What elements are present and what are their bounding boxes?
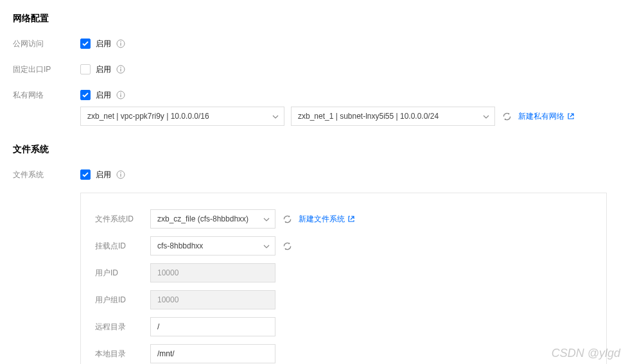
row-fixed-ip: 固定出口IP 启用 xyxy=(13,63,615,76)
external-link-icon xyxy=(567,112,575,120)
section-title-filesystem: 文件系统 xyxy=(13,144,615,155)
remote-dir-input[interactable] xyxy=(150,317,275,336)
checkbox-private-network[interactable] xyxy=(80,90,91,100)
svg-rect-11 xyxy=(120,174,121,177)
mount-id-value: cfs-8hbbdhxx xyxy=(157,241,203,250)
svg-rect-2 xyxy=(120,43,121,46)
svg-point-10 xyxy=(120,172,121,173)
row-public-access: 公网访问 启用 xyxy=(13,37,615,50)
group-id-input xyxy=(150,290,275,309)
chevron-down-icon xyxy=(263,241,270,250)
checkbox-filesystem[interactable] xyxy=(80,169,91,180)
chevron-down-icon xyxy=(263,214,270,223)
label-filesystem: 文件系统 xyxy=(13,169,80,180)
checkbox-label: 启用 xyxy=(96,169,111,180)
new-vpc-link[interactable]: 新建私有网络 xyxy=(518,111,575,122)
mount-id-select[interactable]: cfs-8hbbdhxx xyxy=(150,236,275,256)
fs-id-select[interactable]: zxb_cz_file (cfs-8hbbdhxx) xyxy=(150,209,275,229)
row-private-network: 私有网络 启用 xyxy=(13,89,615,101)
svg-point-7 xyxy=(120,92,121,94)
refresh-icon[interactable] xyxy=(282,241,292,251)
refresh-icon[interactable] xyxy=(502,111,512,121)
label-mount-id: 挂载点ID xyxy=(95,241,150,252)
local-dir-input[interactable] xyxy=(150,344,275,363)
chevron-down-icon xyxy=(483,112,489,121)
row-filesystem: 文件系统 启用 xyxy=(13,168,615,181)
info-icon[interactable] xyxy=(116,170,125,179)
label-user-id: 用户ID xyxy=(95,268,150,279)
new-fs-link[interactable]: 新建文件系统 xyxy=(299,214,355,225)
label-private-network: 私有网络 xyxy=(13,90,80,101)
fs-id-value: zxb_cz_file (cfs-8hbbdhxx) xyxy=(157,214,249,223)
label-remote-dir: 远程目录 xyxy=(95,322,150,333)
label-local-dir: 本地目录 xyxy=(95,349,150,360)
svg-point-4 xyxy=(120,67,121,68)
info-icon[interactable] xyxy=(116,91,125,100)
link-text: 新建私有网络 xyxy=(518,111,564,122)
label-group-id: 用户组ID xyxy=(95,295,150,306)
vpc-select-value: zxb_net | vpc-ppk7ri9y | 10.0.0.0/16 xyxy=(87,112,209,121)
info-icon[interactable] xyxy=(116,65,125,74)
refresh-icon[interactable] xyxy=(282,214,292,224)
checkbox-public-access[interactable] xyxy=(80,39,91,49)
chevron-down-icon xyxy=(272,112,279,121)
user-id-input xyxy=(150,263,275,282)
filesystem-panel: 文件系统ID zxb_cz_file (cfs-8hbbdhxx) 新建文件系统 xyxy=(80,193,607,364)
checkbox-label: 启用 xyxy=(96,64,111,75)
checkbox-label: 启用 xyxy=(96,39,111,49)
checkbox-label: 启用 xyxy=(96,90,111,101)
info-icon[interactable] xyxy=(116,39,125,48)
section-title-network: 网络配置 xyxy=(13,13,615,24)
svg-point-1 xyxy=(120,41,121,42)
link-text: 新建文件系统 xyxy=(299,214,345,225)
subnet-select-value: zxb_net_1 | subnet-lnxy5i55 | 10.0.0.0/2… xyxy=(298,112,439,121)
label-fixed-ip: 固定出口IP xyxy=(13,64,80,75)
svg-rect-8 xyxy=(120,94,121,98)
checkbox-fixed-ip[interactable] xyxy=(80,64,91,74)
vpc-selects-row: zxb_net | vpc-ppk7ri9y | 10.0.0.0/16 zxb… xyxy=(80,107,615,126)
label-public-access: 公网访问 xyxy=(13,39,80,49)
label-fs-id: 文件系统ID xyxy=(95,214,150,225)
svg-rect-5 xyxy=(120,69,121,72)
subnet-select[interactable]: zxb_net_1 | subnet-lnxy5i55 | 10.0.0.0/2… xyxy=(291,107,495,126)
external-link-icon xyxy=(347,215,355,223)
vpc-select[interactable]: zxb_net | vpc-ppk7ri9y | 10.0.0.0/16 xyxy=(80,107,284,126)
